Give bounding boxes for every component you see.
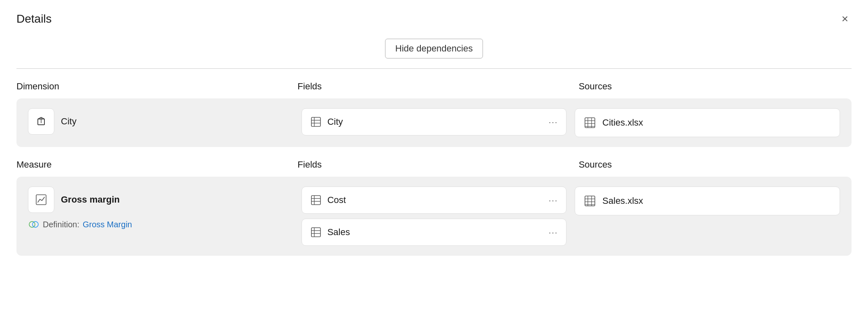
spreadsheet-icon <box>583 116 596 129</box>
modal-body: Dimension Fields Sources <box>0 69 868 336</box>
city-field-label: City <box>327 117 543 127</box>
gross-margin-title-row: Gross margin <box>28 187 293 213</box>
sales-field-label: Sales <box>327 227 543 238</box>
measure-section: Measure Fields Sources <box>16 159 852 256</box>
city-field-more-button[interactable]: ··· <box>549 117 558 127</box>
dimension-city-label: City <box>61 116 77 127</box>
dimension-sources-col: Cities.xlsx <box>575 108 840 137</box>
dimension-section: Dimension Fields Sources <box>16 81 852 147</box>
dimension-section-content: City City ··· <box>16 98 852 147</box>
modal-title: Details <box>16 12 52 26</box>
svg-rect-1 <box>311 117 320 126</box>
measure-sources-col: Sales.xlsx <box>575 187 840 215</box>
definition-icon <box>28 219 39 230</box>
modal-header: Details × <box>0 0 868 35</box>
dimension-sources-header: Sources <box>579 81 852 92</box>
measure-content-grid: Gross margin Definition: Gross Margin <box>28 187 840 246</box>
sales-field-item: Sales ··· <box>302 219 567 246</box>
hide-dependencies-button[interactable]: Hide dependencies <box>385 39 483 58</box>
cost-field-more-button[interactable]: ··· <box>549 196 558 205</box>
definition-row: Definition: Gross Margin <box>28 219 293 230</box>
dimension-content-grid: City City ··· <box>28 108 840 137</box>
cost-field-label: Cost <box>327 195 543 205</box>
close-button[interactable]: × <box>838 12 852 26</box>
dimension-city-field: City ··· <box>302 108 567 135</box>
sales-source-item: Sales.xlsx <box>575 187 840 215</box>
sales-table-icon <box>310 226 322 238</box>
dimension-section-headers: Dimension Fields Sources <box>16 81 852 92</box>
measure-sources-header: Sources <box>579 159 852 170</box>
measure-icon-box <box>28 187 54 213</box>
dimension-fields-col: City ··· <box>302 108 567 135</box>
cities-source-item: Cities.xlsx <box>575 108 840 137</box>
details-modal: Details × Hide dependencies Dimension Fi… <box>0 0 868 336</box>
dimension-fields-header: Fields <box>297 81 570 92</box>
cities-source-label: Cities.xlsx <box>602 117 643 128</box>
definition-prefix: Definition: <box>43 220 79 229</box>
sales-spreadsheet-icon <box>583 194 596 208</box>
measure-section-headers: Measure Fields Sources <box>16 159 852 170</box>
sales-field-more-button[interactable]: ··· <box>549 228 558 237</box>
measure-fields-header: Fields <box>297 159 570 170</box>
dimension-icon-box <box>28 108 54 135</box>
modal-toolbar: Hide dependencies <box>0 35 868 68</box>
dimension-col-header: Dimension <box>16 81 289 92</box>
svg-rect-18 <box>311 228 320 237</box>
svg-point-12 <box>29 222 35 227</box>
table-icon <box>310 116 322 128</box>
measure-icon <box>35 193 48 206</box>
svg-rect-14 <box>311 196 320 205</box>
gross-margin-label: Gross margin <box>61 194 120 205</box>
svg-point-13 <box>32 222 38 227</box>
measure-section-content: Gross margin Definition: Gross Margin <box>16 177 852 256</box>
cost-field-item: Cost ··· <box>302 187 567 214</box>
measure-gross-margin-card: Gross margin Definition: Gross Margin <box>28 187 293 230</box>
measure-col-header: Measure <box>16 159 289 170</box>
cube-icon <box>35 115 48 128</box>
sales-source-label: Sales.xlsx <box>602 196 643 206</box>
definition-link[interactable]: Gross Margin <box>83 220 132 229</box>
dimension-city-card: City <box>28 108 293 135</box>
cost-table-icon <box>310 194 322 206</box>
measure-fields-col: Cost ··· Sales ··· <box>302 187 567 246</box>
